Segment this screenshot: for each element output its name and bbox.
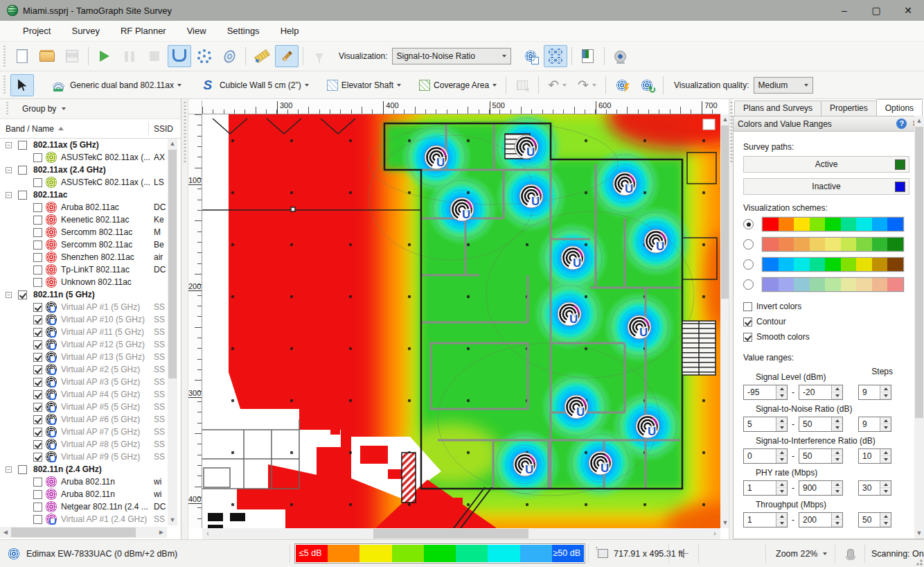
delete-object-button[interactable] [510,74,534,96]
spin-down-icon[interactable] [880,424,891,431]
ap-type-selector[interactable]: Generic dual band 802.11ax [45,74,186,96]
collapse-icon[interactable]: − [6,167,12,173]
range-min-input[interactable]: -95 [743,385,788,400]
tree-ap-row[interactable]: Aruba 802.11n wi [0,488,167,500]
tree-group-row[interactable]: − 802.11n (2.4 GHz) [0,463,167,476]
collapse-icon[interactable]: − [6,142,12,148]
minimize-button[interactable]: – [828,0,860,21]
tree-ap-row[interactable]: Sercomm 802.11ac M [0,226,167,238]
scheme-option[interactable] [743,237,909,252]
spin-down-icon[interactable] [832,392,842,399]
map-horizontal-scrollbar[interactable]: ‹ › [202,528,720,539]
spin-down-icon[interactable] [832,488,842,495]
start-survey-button[interactable] [93,45,116,67]
pause-survey-button[interactable] [118,45,141,67]
ap-checkbox[interactable] [33,440,42,449]
spin-down-icon[interactable] [880,392,891,399]
ap-checkbox[interactable] [33,503,42,512]
ap-checkbox[interactable] [33,478,42,487]
option-smooth-colors[interactable]: Smooth colors [743,332,909,342]
scheme-radio[interactable] [743,259,754,270]
tree-ap-row[interactable]: Keenetic 802.11ac Ke [0,213,167,226]
scheme-radio[interactable] [743,219,754,229]
edit-mode-button[interactable] [275,45,299,67]
show-all-aps-button[interactable] [544,45,567,67]
tree-ap-row[interactable]: Virtual AP #9 (5 GHz) SS [0,451,167,463]
spin-down-icon[interactable] [832,520,842,527]
new-project-button[interactable] [10,45,34,67]
pan-tool-button[interactable] [675,540,692,567]
spin-up-icon[interactable] [776,417,787,424]
tree-ap-row[interactable]: Virtual AP #6 (5 GHz) SS [0,413,167,426]
range-max-input[interactable]: 50 [799,417,843,432]
option-contour[interactable]: Contour [743,317,909,326]
range-steps-input[interactable]: 9 [858,417,891,432]
range-steps-input[interactable]: 50 [858,512,891,527]
gps-receiver-button[interactable] [217,45,241,67]
range-min-input[interactable]: 0 [743,448,788,464]
tree-horizontal-scrollbar[interactable]: ◄ ► [0,527,167,538]
open-project-button[interactable] [35,45,59,67]
column-ssid[interactable]: SSID [154,124,173,134]
group-checkbox[interactable] [18,166,27,175]
ap-checkbox[interactable] [33,253,42,262]
tree-ap-row[interactable]: Virtual AP #13 (5 GHz) SS [0,351,167,363]
tree-ap-row[interactable]: Aruba 802.11n wi [0,476,167,488]
ap-checkbox[interactable] [33,378,42,387]
group-checkbox[interactable] [18,191,27,200]
range-steps-input[interactable]: 9 [858,385,891,400]
collapse-icon[interactable]: − [6,292,12,298]
ap-checkbox[interactable] [33,228,42,237]
tree-ap-row[interactable]: Virtual AP #12 (5 GHz) SS [0,338,167,351]
spin-down-icon[interactable] [880,456,891,463]
collapse-icon[interactable]: − [6,192,12,198]
tree-ap-row[interactable]: Sercomm 802.11ac Be [0,238,167,251]
checkbox[interactable] [743,302,752,311]
range-steps-input[interactable]: 30 [858,480,891,496]
scheme-option[interactable] [743,217,909,232]
spin-down-icon[interactable] [880,520,891,527]
tree-ap-row[interactable]: Unknown 802.11ac [0,276,167,288]
panel-vertical-scrollbar[interactable]: ▲ ▼ [914,116,924,539]
spin-up-icon[interactable] [776,449,787,456]
tree-group-row[interactable]: − 802.11ac [0,189,167,201]
tree-vertical-scrollbar[interactable]: ▲ ▼ [168,139,177,525]
tree-ap-row[interactable]: Tp-LinkT 802.11ac DC [0,263,167,276]
tab-plans-and-surveys[interactable]: Plans and Surveys [734,101,821,116]
voice-control-button[interactable] [842,540,859,567]
tree-ap-row[interactable]: Virtual AP #1 (5 GHz) SS [0,301,167,313]
spin-up-icon[interactable] [832,449,842,456]
tree-group-row[interactable]: − 802.11ax (5 GHz) [0,139,167,151]
range-min-input[interactable]: 1 [743,512,788,527]
select-cursor-button[interactable] [10,74,34,96]
spin-up-icon[interactable] [880,385,891,392]
spin-down-icon[interactable] [832,424,842,431]
range-max-input[interactable]: -20 [799,385,843,400]
tree-ap-row[interactable]: ASUSTekC 802.11ax (... AX [0,151,167,164]
group-checkbox[interactable] [18,290,27,299]
ap-checkbox[interactable] [33,178,42,187]
spin-up-icon[interactable] [880,417,891,424]
menu-view[interactable]: View [177,21,217,41]
spin-down-icon[interactable] [880,488,891,495]
spin-up-icon[interactable] [776,481,787,488]
stop-survey-button[interactable] [143,45,166,67]
inactive-path-color-button[interactable]: Inactive [743,178,909,195]
spin-up-icon[interactable] [880,513,891,520]
scheme-radio[interactable] [743,279,754,290]
maximize-button[interactable]: ▢ [860,0,892,21]
range-max-input[interactable]: 50 [799,448,843,464]
ap-checkbox[interactable] [33,428,42,437]
refresh-visualization-button[interactable] [635,74,659,96]
menu-settings[interactable]: Settings [217,21,270,41]
ap-checkbox[interactable] [33,203,42,212]
ap-checkbox[interactable] [33,403,42,412]
spin-up-icon[interactable] [776,385,787,392]
menu-help[interactable]: Help [270,21,310,41]
ap-checkbox[interactable] [33,328,42,337]
ap-checkbox[interactable] [33,453,42,462]
ap-checkbox[interactable] [33,340,42,349]
ap-checkbox[interactable] [33,515,42,524]
tree-group-row[interactable]: − 802.11ax (2.4 GHz) [0,164,167,176]
scheme-radio[interactable] [743,239,754,250]
